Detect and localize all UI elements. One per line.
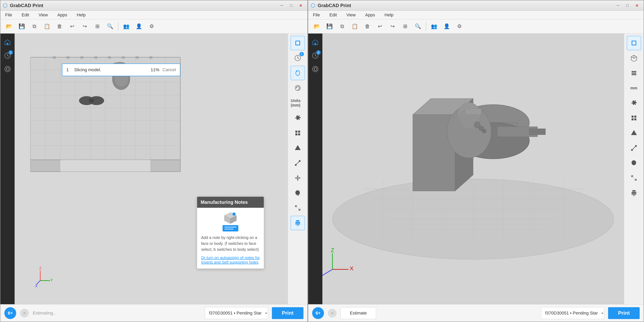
sidebar-expand-icon[interactable] — [291, 201, 305, 215]
svg-rect-153 — [632, 193, 636, 194]
r-toolbar-users[interactable]: 👥 — [428, 21, 440, 32]
svg-line-133 — [631, 57, 634, 58]
sidebar-rotate-icon[interactable] — [291, 66, 305, 80]
svg-text:X: X — [35, 284, 38, 288]
toolbar-zoom-in[interactable]: 🔍 — [104, 21, 116, 32]
r-toolbar-paste[interactable]: 📋 — [349, 21, 360, 32]
r-job-select[interactable]: f370D30051 • Pending Start — [541, 307, 604, 319]
r-sidebar-3dview-icon[interactable] — [627, 36, 641, 50]
sidebar-arrange-icon[interactable] — [291, 126, 305, 140]
job-select[interactable]: f370D30051 • Pending Start — [205, 307, 268, 319]
svg-rect-146 — [635, 145, 637, 147]
toolbar-paste[interactable]: 📋 — [42, 21, 52, 32]
menu-view[interactable]: View — [37, 12, 49, 18]
sidebar-mm-icon[interactable]: Units (mm) — [291, 96, 305, 110]
r-sidebar-expand-icon[interactable] — [627, 171, 641, 185]
sidebar-history-icon[interactable] — [1, 63, 14, 75]
svg-rect-154 — [632, 192, 636, 193]
toolbar-users[interactable]: 👥 — [121, 21, 132, 32]
r-menu-view[interactable]: View — [345, 12, 357, 18]
r-sidebar-layers-icon[interactable] — [627, 66, 641, 80]
right-window-title: GrabCAD Print — [318, 3, 611, 8]
svg-rect-117 — [529, 129, 545, 135]
sidebar-3dview-icon[interactable] — [291, 36, 305, 50]
r-sidebar-orient-icon[interactable] — [627, 126, 641, 140]
sidebar-time-icon[interactable] — [291, 81, 305, 95]
toolbar-copy[interactable]: ⧉ — [29, 21, 40, 32]
mfg-notes-link[interactable]: Or turn on autoassign of notes for Inser… — [201, 256, 260, 264]
sidebar-home-icon[interactable] — [1, 36, 14, 48]
estimate-button[interactable]: Estimate — [340, 307, 376, 319]
r-toolbar-settings[interactable]: ⚙ — [454, 21, 465, 32]
manufacturing-notes-popup: Manufacturing Notes — [197, 196, 264, 269]
menu-file[interactable]: File — [4, 12, 14, 18]
r-sidebar-settings-icon[interactable] — [627, 96, 641, 110]
menu-apps[interactable]: Apps — [56, 12, 69, 18]
toolbar-settings[interactable]: ⚙ — [146, 21, 157, 32]
r-toolbar-delete[interactable]: 🗑 — [362, 21, 373, 32]
r-toolbar-open[interactable]: 📂 — [311, 21, 322, 32]
r-sidebar-recent-icon[interactable]: 2 — [309, 49, 322, 62]
r-toolbar-copy[interactable]: ⧉ — [336, 21, 348, 32]
mfg-notes-header: Manufacturing Notes — [197, 197, 264, 208]
r-sidebar-cube-icon[interactable] — [627, 51, 641, 65]
sidebar-recent-icon[interactable]: 2 — [1, 49, 14, 62]
right-window-icon: ⬡ — [310, 2, 315, 9]
r-close-button[interactable]: ✕ — [632, 2, 641, 9]
sidebar-scale-icon[interactable] — [291, 156, 305, 170]
toolbar-delete[interactable]: 🗑 — [54, 21, 65, 32]
sidebar-move-icon[interactable] — [291, 171, 305, 185]
r-sidebar-arrange-icon[interactable] — [627, 111, 641, 125]
r-toolbar-undo[interactable]: ↩ — [374, 21, 386, 32]
r-menu-edit[interactable]: Edit — [328, 12, 338, 18]
estimating-text: Estimating... — [33, 310, 201, 316]
svg-rect-63 — [295, 130, 297, 132]
r-sidebar-scale-icon[interactable] — [627, 141, 641, 155]
slicing-percent: 11% — [150, 67, 159, 72]
toolbar-redo[interactable]: ↪ — [79, 21, 90, 32]
left-viewport: 1 Slicing model. 11% Cancel Y Z X Manufa… — [14, 34, 288, 304]
sidebar-stacking-icon[interactable] — [291, 216, 305, 230]
print-button[interactable]: Print — [272, 307, 304, 319]
toolbar-zoom-fit[interactable]: ⊞ — [92, 21, 103, 32]
r-maximize-button[interactable]: □ — [623, 2, 632, 9]
r-sidebar-stacking-icon[interactable] — [627, 186, 641, 200]
menu-edit[interactable]: Edit — [20, 12, 30, 18]
r-toolbar-redo[interactable]: ↪ — [387, 21, 398, 32]
r-menu-apps[interactable]: Apps — [364, 12, 377, 18]
toolbar-save[interactable]: 💾 — [16, 21, 27, 32]
r-sidebar-home-icon[interactable] — [309, 36, 322, 48]
maximize-button[interactable]: □ — [287, 2, 296, 9]
r-sidebar-mm-icon[interactable]: mm — [627, 81, 641, 95]
close-button[interactable]: ✕ — [296, 2, 305, 9]
sidebar-color-icon[interactable] — [291, 186, 305, 200]
r-sidebar-history-icon[interactable] — [309, 63, 322, 75]
r-menu-help[interactable]: Help — [383, 12, 395, 18]
svg-rect-70 — [299, 160, 300, 162]
svg-line-58 — [298, 58, 299, 59]
right-toolbar: 📂 💾 ⧉ 📋 🗑 ↩ ↪ ⊞ 🔍 👥 👤 ⚙ — [308, 19, 644, 34]
r-toolbar-save[interactable]: 💾 — [324, 21, 335, 32]
left-window: ⬡ GrabCAD Print ─ □ ✕ File Edit View App… — [0, 0, 308, 322]
sidebar-layers-icon[interactable]: 2 — [291, 51, 305, 65]
r-toolbar-user[interactable]: 👤 — [441, 21, 452, 32]
r-toolbar-zoom-in[interactable]: 🔍 — [412, 21, 424, 32]
r-menu-file[interactable]: File — [311, 12, 322, 18]
toolbar-user[interactable]: 👤 — [134, 21, 144, 32]
cancel-slicing-button[interactable]: Cancel — [162, 67, 176, 72]
sidebar-orient-icon[interactable] — [291, 141, 305, 155]
r-sidebar-color-icon[interactable] — [627, 156, 641, 170]
svg-rect-139 — [632, 116, 634, 118]
r-print-button[interactable]: Print — [608, 307, 640, 319]
menu-help[interactable]: Help — [75, 12, 87, 18]
left-window-title: GrabCAD Print — [10, 3, 275, 8]
svg-rect-142 — [634, 118, 636, 120]
toolbar-open[interactable]: 📂 — [4, 21, 14, 32]
r-minimize-button[interactable]: ─ — [614, 2, 622, 9]
sidebar-settings-icon[interactable] — [291, 111, 305, 125]
r-toolbar-zoom-fit[interactable]: ⊞ — [400, 21, 411, 32]
svg-rect-145 — [631, 149, 633, 151]
slicing-text: Slicing model. — [74, 67, 148, 72]
toolbar-undo[interactable]: ↩ — [67, 21, 78, 32]
minimize-button[interactable]: ─ — [278, 2, 286, 9]
